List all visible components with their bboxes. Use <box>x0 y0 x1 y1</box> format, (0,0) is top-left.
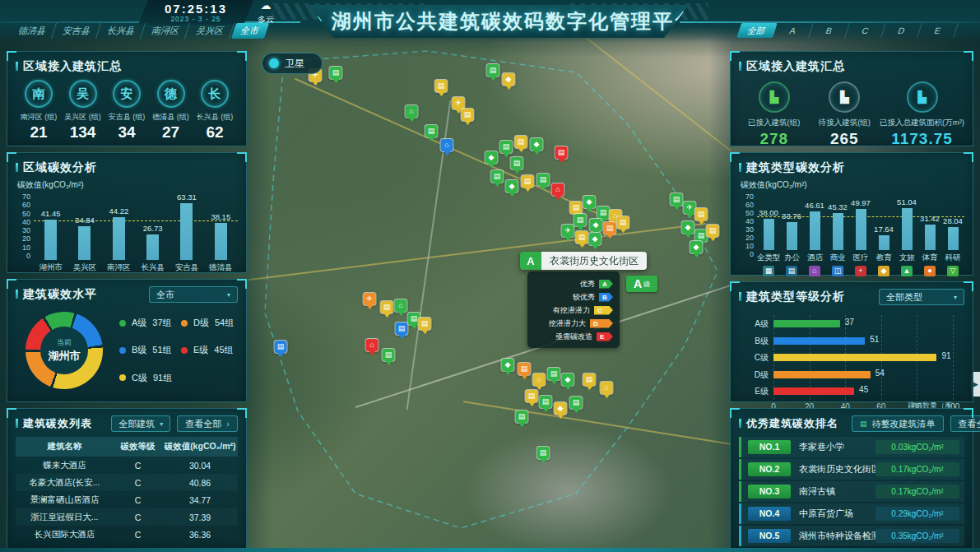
map-marker[interactable]: ▤ <box>511 157 523 169</box>
ranking-row[interactable]: NO.5湖州市特种设备检测研究院（长兴）0.35kgCO₂/m² <box>739 526 964 546</box>
map-marker[interactable]: ▤ <box>522 175 534 188</box>
map-marker[interactable]: ▤ <box>548 368 560 380</box>
map-marker[interactable]: ▤ <box>500 141 513 153</box>
table-row[interactable]: 名豪大酒店(长安...C40.86 <box>16 474 238 491</box>
bar[interactable] <box>787 222 797 250</box>
map-marker[interactable]: ▤ <box>526 390 538 402</box>
map-marker[interactable]: ▤ <box>275 341 287 353</box>
ranking-row[interactable]: NO.2衣裳街历史文化街区0.17kgCO₂/m² <box>739 459 964 480</box>
bar[interactable] <box>180 203 193 260</box>
type-dropdown[interactable]: 全部类型 ▾ <box>879 289 964 305</box>
map-marker[interactable]: ⌂ <box>406 105 418 118</box>
map-marker[interactable]: ▤ <box>597 206 610 219</box>
map-marker[interactable]: ◆ <box>485 151 498 164</box>
map-marker[interactable]: ▤ <box>537 447 550 459</box>
view-all-button[interactable]: 查看全部 › <box>177 415 238 432</box>
bar[interactable] <box>902 208 913 250</box>
map-marker[interactable]: ▤ <box>419 318 431 330</box>
map-marker[interactable]: ◆ <box>589 233 601 245</box>
map-marker[interactable]: ▤ <box>396 322 408 335</box>
bar[interactable] <box>948 227 959 250</box>
bar[interactable] <box>833 213 843 250</box>
map-marker[interactable]: ▤ <box>583 373 596 386</box>
map-marker[interactable]: ▤ <box>487 64 499 77</box>
grade-filter-tab[interactable]: C <box>845 23 886 38</box>
map-marker[interactable]: ◆ <box>531 138 543 151</box>
table-row[interactable]: 长兴国际大酒店C36.36 <box>16 526 238 543</box>
map-marker[interactable]: ▤ <box>570 202 583 214</box>
map-marker[interactable]: ◆ <box>503 73 515 86</box>
hbar[interactable] <box>773 387 854 395</box>
map-marker[interactable]: ▤ <box>707 225 719 237</box>
table-row[interactable]: 浙江皇冠假日大...C37.39 <box>16 508 238 526</box>
map-marker[interactable]: ▤ <box>671 193 683 206</box>
map-marker[interactable]: ▤ <box>576 231 588 244</box>
bar[interactable] <box>146 234 159 260</box>
region-tab[interactable]: 安吉县 <box>53 23 101 39</box>
map-marker[interactable]: ◆ <box>590 219 602 231</box>
map-marker[interactable]: ⌂ <box>441 139 453 151</box>
map-marker[interactable]: ◆ <box>555 402 567 415</box>
map-marker[interactable]: ◆ <box>583 196 596 208</box>
map-marker[interactable]: ✈ <box>684 202 696 214</box>
bar[interactable] <box>925 225 936 250</box>
map-tooltip[interactable]: A 衣裳街历史文化街区 <box>520 252 647 270</box>
rectify-list-button[interactable]: ▤ 待整改建筑清单 <box>852 415 944 432</box>
bar[interactable] <box>810 211 820 250</box>
map-marker[interactable]: ▤ <box>383 349 395 361</box>
map-marker[interactable]: ◆ <box>690 241 703 253</box>
map-marker[interactable]: ▤ <box>617 216 629 229</box>
grade-filter-tab[interactable]: B <box>809 23 850 38</box>
ranking-row[interactable]: NO.4中原百货广场0.29kgCO₂/m² <box>739 503 964 524</box>
hbar[interactable] <box>773 320 840 327</box>
region-tab[interactable]: 长兴县 <box>98 23 146 39</box>
map-marker[interactable]: ✈ <box>364 293 376 305</box>
table-row[interactable]: 景澜富硒山居酒店C34.77 <box>16 491 238 508</box>
map-marker[interactable]: ▤ <box>537 174 550 186</box>
map-marker[interactable]: ▤ <box>381 301 393 313</box>
ranking-row[interactable]: NO.1李家巷小学0.03kgCO₂/m² <box>739 437 964 457</box>
map-marker[interactable]: ▤ <box>425 125 438 137</box>
region-tab[interactable]: 德清县 <box>9 23 57 39</box>
bar[interactable] <box>113 217 125 260</box>
building-filter-dropdown[interactable]: 全部建筑 ▾ <box>111 415 170 432</box>
map-marker[interactable]: ▤ <box>462 109 474 121</box>
map-marker[interactable]: ▤ <box>604 222 616 234</box>
map-marker[interactable]: ⌂ <box>552 183 564 196</box>
map-marker[interactable]: ▤ <box>518 363 531 375</box>
map-marker[interactable]: ▤ <box>570 397 583 409</box>
bar[interactable] <box>44 220 57 260</box>
table-row[interactable]: 蝶来大酒店C30.04 <box>16 457 238 474</box>
bar[interactable] <box>856 209 866 250</box>
map-marker[interactable]: ✈ <box>562 225 574 237</box>
map-marker[interactable]: ◆ <box>682 221 694 234</box>
region-tab[interactable]: 吴兴区 <box>187 23 235 39</box>
map-marker[interactable]: ▤ <box>435 80 448 92</box>
region-tab[interactable]: 全市 <box>231 23 269 39</box>
map-marker[interactable]: ◆ <box>562 373 574 386</box>
map-marker[interactable]: ▤ <box>491 170 504 183</box>
grade-filter-tab[interactable]: A <box>773 23 814 38</box>
map-marker[interactable]: ◆ <box>502 359 514 371</box>
view-all-button[interactable]: 查看全部 › <box>950 415 980 432</box>
map-marker[interactable]: ▤ <box>695 208 708 220</box>
map-marker[interactable]: ✈ <box>453 97 465 109</box>
bar[interactable] <box>764 219 774 250</box>
hbar[interactable] <box>773 354 936 361</box>
map-marker[interactable]: ▤ <box>330 67 342 79</box>
region-tab[interactable]: 南浔区 <box>142 23 190 39</box>
map-marker[interactable]: ⌂ <box>366 339 379 351</box>
bar[interactable] <box>215 223 227 260</box>
bar[interactable] <box>879 235 889 250</box>
map-marker[interactable]: ▤ <box>515 136 527 148</box>
ranking-row[interactable]: NO.3南浔古镇0.17kgCO₂/m² <box>739 481 964 502</box>
map-marker[interactable]: ▤ <box>540 396 552 408</box>
city-dropdown[interactable]: 全市 ▾ <box>149 286 238 303</box>
map-marker[interactable]: ▤ <box>574 214 587 226</box>
bar[interactable] <box>78 226 91 260</box>
map-marker[interactable]: ◆ <box>506 180 518 193</box>
map-marker[interactable]: ⌂ <box>533 373 546 386</box>
map-marker[interactable]: ▤ <box>695 230 708 242</box>
satellite-toggle[interactable]: 卫星 <box>262 53 323 74</box>
map-marker[interactable]: ⌂ <box>395 299 407 312</box>
